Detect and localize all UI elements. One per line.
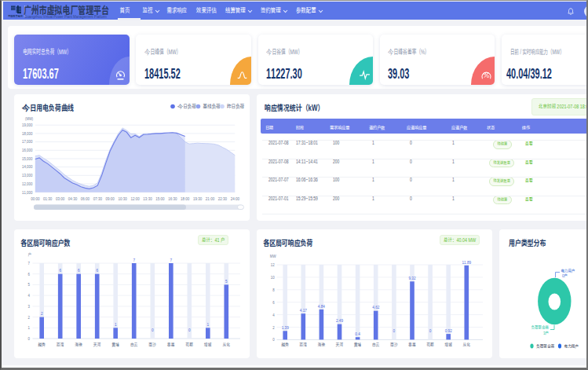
svg-text:7: 7 — [28, 261, 31, 266]
svg-text:10: 10 — [271, 275, 275, 280]
svg-text:越秀: 越秀 — [282, 342, 290, 347]
svg-text:5: 5 — [28, 282, 31, 287]
svg-text:荔湾: 荔湾 — [56, 342, 64, 347]
svg-text:2: 2 — [28, 315, 31, 320]
svg-text:0.92: 0.92 — [445, 328, 453, 333]
svg-text:白云: 白云 — [130, 343, 138, 347]
svg-text:19,000: 19,000 — [22, 123, 33, 127]
svg-text:1.39: 1.39 — [282, 325, 290, 330]
svg-text:电力用户: 电力用户 — [561, 269, 575, 273]
svg-text:负荷聚合商: 负荷聚合商 — [536, 343, 555, 349]
svg-text:海珠: 海珠 — [75, 342, 83, 347]
svg-text:2.49: 2.49 — [336, 318, 344, 323]
svg-text:0: 0 — [272, 337, 275, 342]
svg-text:1: 1 — [206, 322, 209, 327]
svg-text:22:30: 22:30 — [218, 196, 228, 201]
svg-text:白云: 白云 — [372, 343, 380, 347]
svg-text:06:00: 06:00 — [81, 196, 90, 201]
svg-text:天河: 天河 — [93, 342, 101, 347]
svg-text:海珠: 海珠 — [317, 342, 326, 347]
svg-text:12,000: 12,000 — [22, 181, 33, 186]
svg-text:7: 7 — [133, 258, 135, 262]
svg-text:6: 6 — [96, 268, 98, 273]
svg-text:2: 2 — [272, 325, 275, 330]
svg-text:0: 0 — [28, 336, 31, 341]
svg-text:花都: 花都 — [186, 342, 194, 347]
svg-text:基线负荷: 基线负荷 — [203, 103, 221, 110]
svg-text:1: 1 — [28, 325, 31, 330]
svg-text:21:00: 21:00 — [206, 196, 215, 201]
svg-text:从化: 从化 — [223, 342, 231, 347]
svg-text:09:00: 09:00 — [106, 196, 115, 201]
svg-text:昨日负荷: 昨日负荷 — [227, 103, 245, 110]
svg-text:17,000: 17,000 — [22, 139, 33, 144]
svg-text:0: 0 — [429, 328, 432, 333]
svg-text:13,000: 13,000 — [22, 173, 33, 178]
svg-text:12:00: 12:00 — [130, 196, 140, 201]
svg-text:4.62: 4.62 — [372, 305, 380, 310]
svg-text:户: 户 — [28, 252, 31, 257]
svg-text:9.32: 9.32 — [408, 276, 416, 280]
svg-text:18,000: 18,000 — [22, 131, 33, 136]
svg-text:南沙: 南沙 — [390, 343, 398, 347]
svg-text:0户: 0户 — [562, 273, 568, 278]
svg-text:越秀: 越秀 — [38, 342, 46, 347]
svg-text:黄埔: 黄埔 — [354, 343, 362, 347]
svg-text:01:30: 01:30 — [43, 196, 53, 201]
svg-text:(MW): (MW) — [25, 116, 34, 121]
svg-text:4: 4 — [28, 293, 31, 298]
svg-text:6: 6 — [272, 300, 275, 305]
svg-text:10:30: 10:30 — [118, 196, 127, 201]
svg-text:4: 4 — [272, 313, 275, 317]
svg-text:1: 1 — [115, 322, 117, 327]
svg-text:07:30: 07:30 — [93, 196, 103, 201]
svg-text:0: 0 — [152, 328, 154, 332]
svg-text:12: 12 — [271, 262, 275, 267]
svg-text:4.84: 4.84 — [318, 304, 326, 309]
svg-text:8: 8 — [272, 288, 275, 292]
svg-text:11.89: 11.89 — [462, 260, 471, 265]
svg-text:7: 7 — [170, 258, 172, 262]
svg-text:5: 5 — [225, 279, 228, 284]
svg-text:13:30: 13:30 — [143, 196, 152, 201]
svg-text:11,000: 11,000 — [22, 190, 33, 195]
svg-text:4.17: 4.17 — [300, 308, 308, 313]
svg-text:6: 6 — [59, 268, 61, 273]
svg-text:04:30: 04:30 — [68, 196, 78, 201]
svg-text:16,000: 16,000 — [22, 148, 33, 152]
svg-text:0.4: 0.4 — [355, 332, 360, 336]
svg-text:增城: 增城 — [204, 342, 212, 347]
svg-text:电力用户: 电力用户 — [564, 344, 579, 349]
svg-text:黄埔: 黄埔 — [112, 343, 120, 347]
svg-text:16:30: 16:30 — [168, 196, 177, 201]
svg-text:6: 6 — [28, 272, 31, 277]
svg-text:今日负荷: 今日负荷 — [177, 103, 196, 110]
svg-text:荔湾: 荔湾 — [299, 342, 308, 347]
svg-text:0: 0 — [188, 328, 191, 332]
svg-text:00:00: 00:00 — [31, 196, 40, 201]
svg-text:3户: 3户 — [543, 331, 549, 335]
svg-text:24:00: 24:00 — [231, 196, 240, 201]
svg-text:MW: MW — [270, 254, 277, 258]
svg-text:番禺: 番禺 — [166, 343, 175, 347]
svg-text:天河: 天河 — [336, 342, 344, 347]
svg-text:18:00: 18:00 — [181, 196, 190, 201]
svg-text:从化: 从化 — [463, 342, 471, 347]
svg-text:6: 6 — [78, 268, 80, 273]
svg-text:15,000: 15,000 — [22, 156, 33, 161]
svg-text:19:30: 19:30 — [193, 196, 203, 201]
svg-text:番禺: 番禺 — [407, 343, 416, 347]
svg-text:0: 0 — [393, 328, 396, 333]
svg-text:03:00: 03:00 — [56, 196, 65, 201]
svg-text:负荷聚合商: 负荷聚合商 — [531, 324, 549, 330]
svg-text:3: 3 — [28, 304, 31, 309]
svg-text:14,000: 14,000 — [22, 164, 33, 169]
svg-text:增城: 增城 — [445, 342, 453, 347]
svg-text:2: 2 — [41, 311, 43, 316]
svg-text:南沙: 南沙 — [149, 343, 157, 347]
svg-text:15:00: 15:00 — [155, 196, 165, 201]
svg-text:花都: 花都 — [426, 342, 434, 347]
